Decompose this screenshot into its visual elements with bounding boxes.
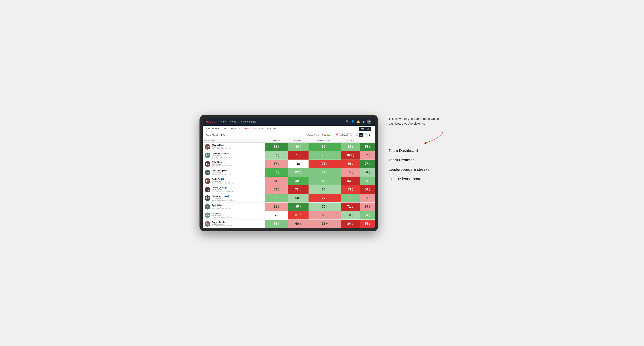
- score-box: 95 8▲: [288, 202, 308, 211]
- player-club: Royal North Devon Golf Club, United King…: [212, 182, 234, 184]
- col-off-tee[interactable]: Off the Tee ▾: [265, 138, 288, 143]
- score-box: 75: [265, 211, 288, 219]
- table-row[interactable]: AN Aaron Nicholls 11-15 Handicap Drift G…: [203, 219, 375, 228]
- person-icon[interactable]: 👤: [351, 120, 354, 123]
- player-handicap: 1-5 Handicap: [212, 206, 263, 208]
- last-rounds-value: 20: [350, 134, 352, 136]
- table-row[interactable]: MM Matt Miller 6-10 Handicap Woburn Golf…: [203, 211, 375, 219]
- score-box: 83 6▼: [341, 185, 360, 194]
- col-around-green[interactable]: Around the Green ▾: [308, 138, 341, 143]
- score-value: 80: [322, 179, 325, 183]
- score-cell: 83 3▼: [265, 185, 288, 194]
- sub-nav-all-players[interactable]: All Players: [266, 127, 276, 130]
- add-team-button[interactable]: Add Team: [358, 127, 371, 131]
- score-cell: 85 3▼: [265, 177, 288, 185]
- score-cell: 86 6▼: [341, 160, 360, 168]
- score-cell: 96 3▲: [360, 177, 375, 185]
- table-row[interactable]: EE Elliot Ebert 1-5 Handicap Sunningdale…: [203, 160, 375, 168]
- score-cell: 82 4▲: [288, 168, 308, 177]
- last-rounds-button[interactable]: 📅 Last Rounds: 20: [334, 134, 353, 137]
- table-row[interactable]: DF David Ford✓ Plus Handicap Royal North…: [203, 177, 375, 185]
- player-handicap: 1-5 Handicap: [212, 197, 263, 199]
- score-box: 84 21▲: [341, 220, 360, 228]
- score-cell: 86 8▼: [360, 185, 375, 194]
- score-cell: 81 4▲: [341, 194, 360, 202]
- score-value: 95: [364, 145, 368, 149]
- score-box: 85 8▲: [308, 143, 341, 151]
- score-value: 87: [274, 171, 277, 174]
- score-cell: 95 9▲: [360, 142, 375, 151]
- verified-icon: ✓: [227, 195, 229, 197]
- nav-link-performance[interactable]: My Performance: [240, 120, 256, 123]
- score-value: 86: [348, 162, 351, 166]
- player-name: Aaron Nicholls: [212, 221, 263, 223]
- player-cell: CR Chris Robertson✓ 1-5 Handicap Craigmi…: [203, 194, 265, 202]
- player-cell: BM Blair McHarg Plus Handicap Royal Nort…: [203, 142, 265, 151]
- score-value: 88: [348, 145, 351, 149]
- score-value: 75: [322, 205, 325, 208]
- score-cell: 87 4▲: [265, 168, 288, 177]
- score-box: 96 3▲: [360, 177, 375, 185]
- col-player-quality[interactable]: Player Quality ▾: [203, 138, 265, 143]
- player-handicap: 6-10 Handicap: [212, 215, 263, 216]
- view-more-icon[interactable]: ⬇: [368, 133, 371, 137]
- view-table-icon[interactable]: ▦: [359, 133, 363, 137]
- sub-nav-pgat[interactable]: PGAT Players: [206, 127, 219, 130]
- view-list-icon[interactable]: ☰: [363, 133, 367, 137]
- score-box: 93 9▲: [265, 143, 288, 151]
- table-row[interactable]: EC Edward Crossman 1-5 Handicap Sunningd…: [203, 151, 375, 160]
- score-cell: 88: [288, 160, 308, 168]
- score-box: 87 1▲: [265, 151, 288, 160]
- player-handicap: 1-5 Handicap: [212, 155, 263, 156]
- settings-icon[interactable]: ⚙: [362, 120, 365, 123]
- player-info: Elliot Ebert 1-5 Handicap Sunningdale Go…: [212, 161, 263, 167]
- score-box: 58 4▲: [308, 211, 341, 219]
- score-cell: 58 10▲: [308, 219, 341, 228]
- table-row[interactable]: CQ Charlie Quick✓ 6-10 Handicap St. Geor…: [203, 185, 375, 194]
- menu-options: Team Dashboard Team Heatmap Leaderboards…: [388, 148, 444, 181]
- score-box: 73 11▼: [288, 151, 308, 160]
- menu-option-leaderboards[interactable]: Leaderboards & streaks: [388, 167, 444, 172]
- sub-nav-tour[interactable]: Tour: [259, 127, 263, 130]
- player-info: Matt Miller 6-10 Handicap Woburn Golf Cl…: [212, 212, 263, 218]
- edit-icon[interactable]: ✏: [232, 134, 233, 136]
- score-cell: 94 3▲: [360, 211, 375, 219]
- player-name: Blair McHarg: [212, 144, 263, 146]
- sub-nav-team-clippd[interactable]: Team Clippd: [244, 127, 256, 130]
- menu-option-team-dashboard[interactable]: Team Dashboard: [388, 148, 444, 153]
- nav-link-teams[interactable]: Teams: [229, 120, 236, 123]
- player-name: Matt Miller: [212, 212, 263, 215]
- table-row[interactable]: BM Blair McHarg Plus Handicap Royal Nort…: [203, 142, 375, 151]
- score-value: 74: [322, 171, 325, 174]
- nav-link-home[interactable]: Home: [220, 120, 226, 123]
- score-box: 79 9▲: [308, 151, 341, 160]
- col-putting[interactable]: Putting ▾: [341, 138, 360, 143]
- table-row[interactable]: CR Chris Robertson✓ 1-5 Handicap Craigmi…: [203, 194, 375, 202]
- table-row[interactable]: DB Dave Billingham 1-5 Handicap Gog Mago…: [203, 168, 375, 177]
- score-value: 87: [274, 154, 277, 157]
- view-grid-icon[interactable]: ⊞: [355, 133, 359, 137]
- player-info: Dave Billingham 1-5 Handicap Gog Magog G…: [212, 170, 263, 175]
- score-box: 88 1▼: [341, 143, 360, 151]
- sub-nav-hcaps[interactable]: Hcaps 1-5: [231, 127, 240, 130]
- score-box: 86 8▼: [360, 185, 375, 194]
- menu-option-team-heatmap[interactable]: Team Heatmap: [388, 158, 444, 162]
- score-value: 85: [274, 179, 277, 183]
- bell-icon[interactable]: 🔔: [357, 120, 360, 123]
- table-row[interactable]: JC Josh Coles 1-5 Handicap Royal North D…: [203, 202, 375, 211]
- verified-icon: ✓: [224, 187, 226, 189]
- score-value: 58: [322, 213, 325, 217]
- player-info: Chris Robertson✓ 1-5 Handicap Craigmilla…: [212, 195, 263, 201]
- score-box: 86 6▼: [341, 160, 360, 168]
- menu-option-course-leaderboards[interactable]: Course leaderboards: [388, 177, 444, 181]
- score-box: 77 3▼: [308, 194, 341, 202]
- score-cell: 75: [265, 211, 288, 219]
- search-icon[interactable]: 🔍: [346, 120, 349, 123]
- avatar[interactable]: U: [367, 120, 371, 124]
- score-cell: 87 1▲: [265, 151, 288, 160]
- score-cell: 85 4▼: [360, 219, 375, 228]
- col-approach[interactable]: Approach ▾: [288, 138, 308, 143]
- score-box: 85 3▼: [341, 168, 360, 177]
- sub-nav-pga[interactable]: PGA: [223, 127, 227, 130]
- nav-icons: 🔍 👤 🔔 ⚙ U: [346, 120, 371, 124]
